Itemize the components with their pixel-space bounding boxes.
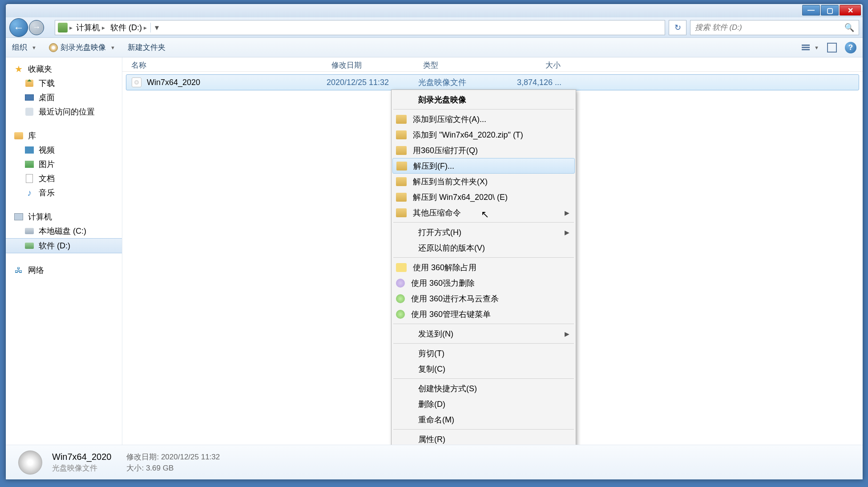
cm-shortcut[interactable]: 创建快捷方式(S): [392, 381, 575, 396]
search-icon[interactable]: 🔍: [844, 23, 854, 32]
drive-icon: [25, 228, 34, 234]
document-icon: [26, 174, 33, 183]
refresh-button[interactable]: ↻: [669, 20, 686, 35]
sidebar-pictures[interactable]: 图片: [6, 157, 122, 171]
status-title: Win7x64_2020: [52, 452, 111, 462]
column-name[interactable]: 名称: [122, 57, 326, 71]
sidebar-music[interactable]: ♪音乐: [6, 186, 122, 200]
toolbar: 组织▼ 刻录光盘映像▼ 新建文件夹 ▼ ?: [6, 38, 863, 57]
column-size[interactable]: 大小: [509, 57, 573, 71]
cm-cut[interactable]: 剪切(T): [392, 345, 575, 361]
file-name: Win7x64_2020: [147, 78, 200, 87]
submenu-arrow-icon: ▶: [565, 330, 569, 337]
burn-disc-button[interactable]: 刻录光盘映像▼: [49, 42, 115, 53]
sidebar-libraries[interactable]: 库: [6, 129, 122, 143]
cm-other-compress[interactable]: 其他压缩命令▶: [392, 205, 575, 220]
sidebar-computer[interactable]: 计算机: [6, 210, 122, 224]
explorer-window: — ▢ ✕ ← → ▸ 计算机 ▸ 软件 (D:) ▸ ▾ ↻ 🔍 组织▼ 刻录…: [5, 4, 863, 480]
status-bar: Win7x64_2020 光盘映像文件 修改日期: 2020/12/25 11:…: [6, 445, 863, 479]
archive-icon: [396, 162, 407, 170]
network-icon: 🖧: [14, 265, 24, 275]
address-bar: ← → ▸ 计算机 ▸ 软件 (D:) ▸ ▾ ↻ 🔍: [6, 17, 863, 38]
breadcrumb-drive[interactable]: 软件 (D:) ▸: [109, 21, 149, 34]
cm-properties[interactable]: 属性(R): [392, 431, 575, 445]
computer-icon: [14, 213, 23, 220]
context-menu: 刻录光盘映像 添加到压缩文件(A)... 添加到 "Win7x64_2020.z…: [391, 89, 576, 445]
360-manage-icon: [396, 310, 405, 319]
sidebar-recent[interactable]: 最近访问的位置: [6, 105, 122, 119]
column-type[interactable]: 类型: [418, 57, 509, 71]
cm-add-zip[interactable]: 添加到 "Win7x64_2020.zip" (T): [392, 127, 575, 142]
window-controls: — ▢ ✕: [802, 5, 861, 17]
minimize-button[interactable]: —: [802, 5, 820, 16]
submenu-arrow-icon: ▶: [565, 209, 569, 216]
drive-icon: [58, 23, 68, 32]
breadcrumb-computer[interactable]: 计算机 ▸: [74, 21, 107, 34]
cm-extract-to[interactable]: 解压到(F)...: [392, 158, 575, 174]
archive-icon: [396, 177, 407, 186]
sidebar-desktop[interactable]: 桌面: [6, 90, 122, 105]
forward-button[interactable]: →: [29, 20, 44, 35]
cm-rename[interactable]: 重命名(M): [392, 412, 575, 427]
nav-buttons: ← →: [9, 18, 51, 37]
cm-open-360[interactable]: 用360压缩打开(Q): [392, 142, 575, 158]
cm-delete[interactable]: 删除(D): [392, 396, 575, 412]
organize-menu[interactable]: 组织▼: [12, 42, 36, 53]
sidebar-network[interactable]: 🖧网络: [6, 263, 122, 277]
library-icon: [14, 132, 23, 139]
cm-restore[interactable]: 还原以前的版本(V): [392, 240, 575, 256]
breadcrumb[interactable]: ▸ 计算机 ▸ 软件 (D:) ▸ ▾: [55, 20, 665, 35]
column-headers: 名称 修改日期 类型 大小: [122, 57, 863, 72]
cm-open-with[interactable]: 打开方式(H)▶: [392, 224, 575, 240]
column-date[interactable]: 修改日期: [326, 57, 418, 71]
cm-send-to[interactable]: 发送到(N)▶: [392, 326, 575, 341]
recent-icon: [25, 108, 33, 116]
search-input[interactable]: [695, 23, 844, 32]
cm-copy[interactable]: 复制(C): [392, 361, 575, 377]
download-icon: [25, 80, 33, 87]
new-folder-button[interactable]: 新建文件夹: [128, 42, 166, 53]
maximize-button[interactable]: ▢: [821, 5, 839, 16]
file-row[interactable]: Win7x64_2020 2020/12/25 11:32 光盘映像文件 3,8…: [126, 74, 859, 90]
view-options[interactable]: ▼: [802, 45, 819, 50]
star-icon: ★: [14, 64, 24, 74]
sidebar-videos[interactable]: 视频: [6, 143, 122, 157]
chevron-right-icon[interactable]: ▸: [69, 24, 73, 31]
sidebar-drive-d[interactable]: 软件 (D:): [6, 238, 122, 253]
360-delete-icon: [396, 279, 405, 288]
help-button[interactable]: ?: [845, 42, 856, 53]
archive-icon: [396, 146, 407, 155]
status-subtitle: 光盘映像文件: [52, 463, 111, 473]
sidebar-documents[interactable]: 文档: [6, 171, 122, 186]
disc-icon: [49, 43, 58, 52]
drive-icon: [25, 243, 34, 249]
cm-extract-here[interactable]: 解压到当前文件夹(X): [392, 174, 575, 189]
sidebar-drive-c[interactable]: 本地磁盘 (C:): [6, 224, 122, 238]
cm-360-force-delete[interactable]: 使用 360强力删除: [392, 275, 575, 291]
sidebar-downloads[interactable]: 下载: [6, 76, 122, 90]
back-button[interactable]: ←: [9, 18, 28, 37]
file-thumbnail: [18, 450, 42, 475]
sidebar-favorites[interactable]: ★收藏夹: [6, 62, 122, 76]
file-type: 光盘映像文件: [418, 77, 510, 88]
file-size: 3,874,126 ...: [510, 78, 574, 87]
cm-360-scan[interactable]: 使用 360进行木马云查杀: [392, 291, 575, 306]
360-scan-icon: [396, 294, 405, 303]
search-box[interactable]: 🔍: [690, 20, 859, 35]
cm-360-manage[interactable]: 使用 360管理右键菜单: [392, 306, 575, 322]
cm-burn[interactable]: 刻录光盘映像: [392, 92, 575, 107]
preview-pane-toggle[interactable]: [827, 43, 837, 53]
cm-extract-folder[interactable]: 解压到 Win7x64_2020\ (E): [392, 189, 575, 205]
titlebar: — ▢ ✕: [6, 4, 863, 17]
picture-icon: [25, 161, 34, 168]
close-button[interactable]: ✕: [840, 5, 861, 16]
file-date: 2020/12/25 11:32: [327, 78, 418, 87]
archive-icon: [396, 193, 407, 202]
cm-360-unlock[interactable]: 使用 360解除占用: [392, 260, 575, 275]
breadcrumb-dropdown[interactable]: ▾: [150, 23, 163, 32]
sidebar: ★收藏夹 下载 桌面 最近访问的位置 库 视频 图片 文档 ♪音乐 计算机 本地…: [6, 57, 122, 445]
body: ★收藏夹 下载 桌面 最近访问的位置 库 视频 图片 文档 ♪音乐 计算机 本地…: [6, 57, 863, 445]
video-icon: [25, 146, 34, 154]
desktop-icon: [25, 94, 34, 101]
cm-add-archive[interactable]: 添加到压缩文件(A)...: [392, 111, 575, 127]
